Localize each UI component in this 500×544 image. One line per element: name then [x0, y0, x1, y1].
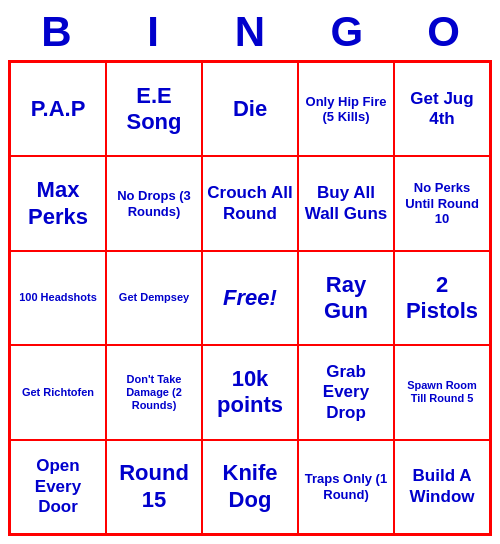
bingo-cell-9: No Perks Until Round 10	[394, 156, 490, 250]
bingo-cell-24: Build A Window	[394, 440, 490, 534]
bingo-cell-4: Get Jug 4th	[394, 62, 490, 156]
bingo-cell-17: 10k points	[202, 345, 298, 439]
bingo-cell-5: Max Perks	[10, 156, 106, 250]
bingo-cell-16: Don't Take Damage (2 Rounds)	[106, 345, 202, 439]
bingo-cell-23: Traps Only (1 Round)	[298, 440, 394, 534]
bingo-cell-11: Get Dempsey	[106, 251, 202, 345]
bingo-cell-15: Get Richtofen	[10, 345, 106, 439]
bingo-cell-12: Free!	[202, 251, 298, 345]
bingo-cell-18: Grab Every Drop	[298, 345, 394, 439]
bingo-cell-6: No Drops (3 Rounds)	[106, 156, 202, 250]
bingo-grid: P.A.PE.E SongDieOnly Hip Fire (5 Kills)G…	[8, 60, 492, 536]
bingo-cell-2: Die	[202, 62, 298, 156]
bingo-cell-20: Open Every Door	[10, 440, 106, 534]
letter-o: O	[400, 8, 488, 56]
bingo-cell-19: Spawn Room Till Round 5	[394, 345, 490, 439]
bingo-cell-8: Buy All Wall Guns	[298, 156, 394, 250]
letter-g: G	[303, 8, 391, 56]
bingo-cell-1: E.E Song	[106, 62, 202, 156]
letter-b: B	[12, 8, 100, 56]
letter-i: I	[109, 8, 197, 56]
bingo-cell-22: Knife Dog	[202, 440, 298, 534]
bingo-cell-13: Ray Gun	[298, 251, 394, 345]
bingo-cell-3: Only Hip Fire (5 Kills)	[298, 62, 394, 156]
bingo-cell-0: P.A.P	[10, 62, 106, 156]
letter-n: N	[206, 8, 294, 56]
bingo-cell-14: 2 Pistols	[394, 251, 490, 345]
bingo-cell-21: Round 15	[106, 440, 202, 534]
bingo-header: B I N G O	[8, 8, 492, 56]
bingo-cell-10: 100 Headshots	[10, 251, 106, 345]
bingo-cell-7: Crouch All Round	[202, 156, 298, 250]
